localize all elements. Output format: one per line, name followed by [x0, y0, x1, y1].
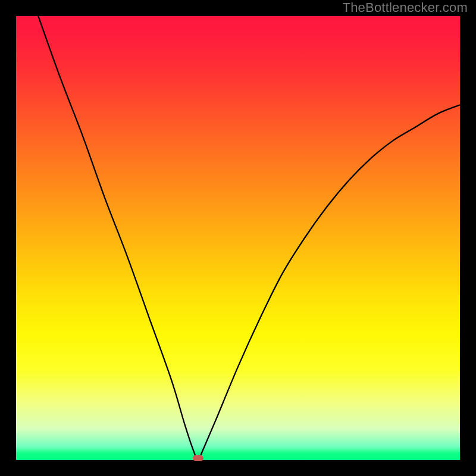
optimal-marker: [193, 455, 203, 461]
chart-plot-area: [16, 16, 460, 460]
bottleneck-curve: [16, 16, 460, 460]
watermark-text: TheBottlenecker.com: [343, 0, 468, 15]
